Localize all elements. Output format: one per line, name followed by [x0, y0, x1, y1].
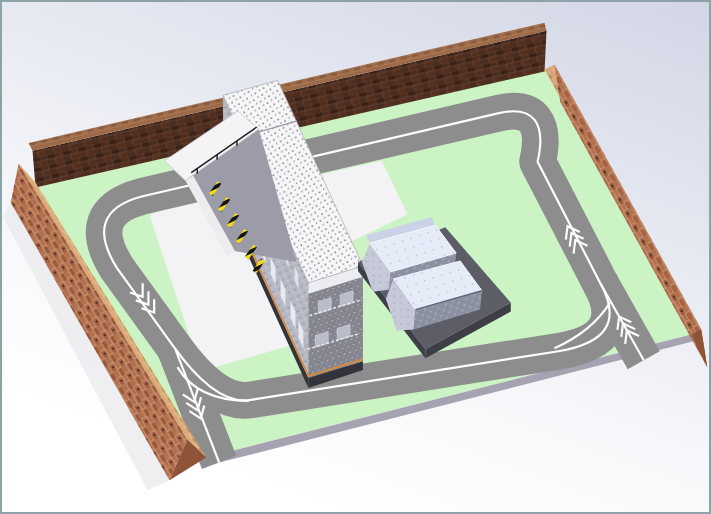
scene-canvas: [2, 2, 709, 512]
cad-viewport[interactable]: [0, 0, 711, 514]
wall-right-end-cap: [691, 329, 707, 367]
